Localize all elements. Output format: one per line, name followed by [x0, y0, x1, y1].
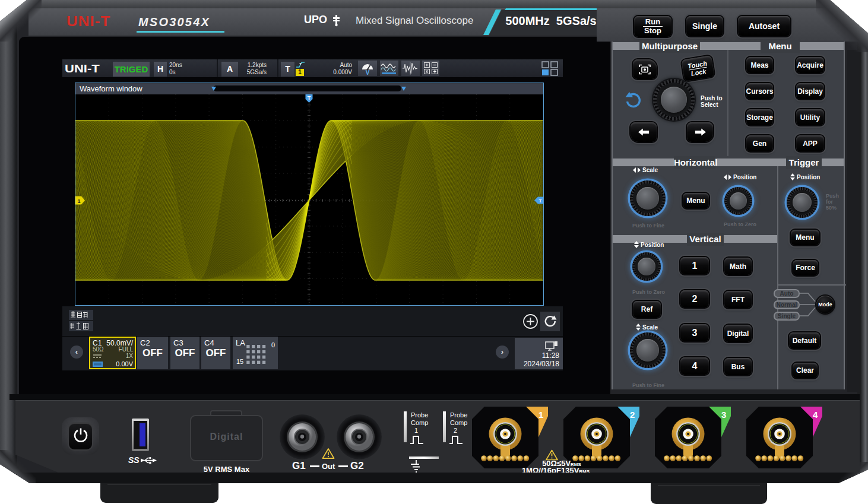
svg-text:1: 1 [77, 198, 80, 204]
svg-text:V: V [366, 69, 370, 76]
svg-text:T: T [539, 198, 542, 204]
svg-text:T: T [308, 95, 311, 101]
